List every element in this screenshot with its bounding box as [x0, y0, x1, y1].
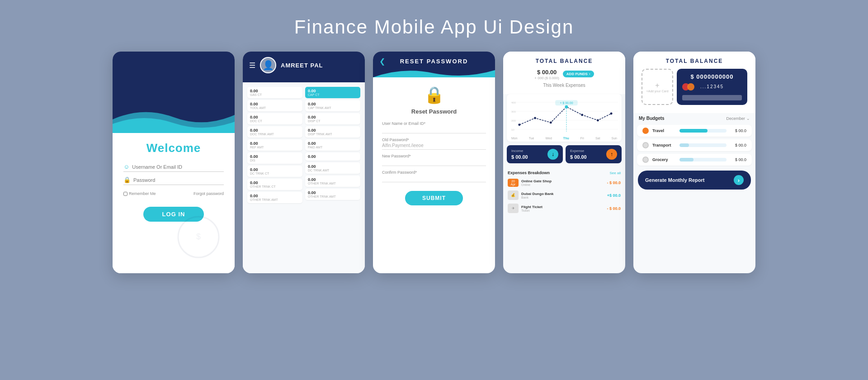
remember-checkbox[interactable] [123, 192, 127, 196]
reset-username-input[interactable] [382, 127, 486, 133]
old-password-input[interactable] [382, 143, 486, 150]
chart-day-sun: Sun [612, 137, 617, 140]
svg-point-10 [518, 124, 520, 126]
grocery-name: Grocery [652, 157, 676, 162]
tx-info-3: Flight Ticket Ticket [521, 205, 604, 212]
forgot-password[interactable]: Forgot password [193, 191, 224, 196]
tx-sub-1: Online [521, 183, 604, 186]
table-row: 0.00 CAP TRNK AMT [305, 100, 360, 111]
expense-amount: $ 00.00 [570, 154, 587, 160]
tx-sub-3: Ticket [521, 209, 604, 212]
card-number: $ 0000000000 [682, 73, 742, 80]
travel-bar-fill [679, 129, 708, 133]
see-all-link[interactable]: See all [610, 171, 621, 175]
reset-header: ❮ RESET PASSWORD [373, 52, 495, 77]
table-row: 0.00 REF AMT [247, 139, 302, 151]
tx-info-1: Online Gate Shop Online [521, 179, 604, 186]
budgets-month: December ⌄ [726, 116, 750, 121]
income-icon: ↓ [547, 149, 558, 160]
tx-amount-2: +$ 00.0 [607, 193, 621, 198]
confirm-password-input[interactable] [382, 176, 486, 182]
budget-item-travel: Travel $ 00.0 [637, 125, 752, 137]
this-week-label: This Week Expenses [509, 83, 619, 88]
table-row: 0.00 CAP CT [305, 87, 360, 98]
svg-text:$: $ [196, 232, 201, 241]
transaction-item: ✈ Flight Ticket Ticket - $ 00.0 [503, 202, 625, 215]
credit-card: $ 0000000000 ...12345 [677, 69, 747, 105]
table-row: 0.00 GAS CT [247, 87, 302, 98]
lock-icon: 🔒 [123, 176, 131, 183]
table-row: 0.00 DOC TRNK AMT [247, 126, 302, 138]
remember-label[interactable]: Remember Me [123, 191, 156, 196]
svg-point-15 [597, 119, 599, 121]
password-row: 🔒 [123, 176, 224, 185]
breakdown-header: Expenses Breakdown See all [503, 169, 625, 177]
transaction-item: 💰 Dubai Dungo Bank Bank +$ 00.0 [503, 189, 625, 202]
tx-sub-2: Bank [521, 196, 604, 199]
add-funds-button[interactable]: ADD FUNDS › [563, 71, 594, 77]
my-budgets-label: My Budgets [639, 116, 665, 121]
tx-name-2: Dubai Dungo Bank [521, 192, 604, 196]
username-input[interactable] [132, 164, 224, 170]
svg-point-12 [550, 121, 552, 124]
expense-label: Expense [570, 149, 587, 153]
balance-row: $ 00.00 + 000 ($ 0.000) ADD FUNDS › [509, 68, 619, 80]
table-col-2: 0.00 CAP CT 0.00 CAP TRNK AMT 0.00 DISP … [305, 87, 360, 203]
travel-dot [642, 128, 649, 134]
avatar: 👤 [260, 57, 276, 73]
transport-dot [642, 142, 649, 148]
grocery-bar-fill [679, 158, 693, 162]
balance-amount: $ 00.00 [537, 69, 557, 76]
income-expense-row: Income $ 00.00 ↓ Expense $ 00.00 ↑ [507, 145, 622, 163]
hamburger-icon[interactable]: ☰ [249, 61, 255, 70]
grocery-bar [679, 158, 726, 162]
submit-button[interactable]: SUBMIT [405, 191, 463, 205]
back-icon[interactable]: ❮ [379, 57, 385, 66]
table-row: 0.00 DIS [247, 152, 302, 164]
travel-name: Travel [652, 128, 676, 133]
expense-box: Expense $ 00.00 ↑ [566, 145, 622, 163]
income-amount: $ 00.00 [511, 154, 528, 160]
table-row: 0.00 OTHER TRNK AMT [305, 176, 360, 187]
new-password-input[interactable] [382, 159, 486, 166]
tx-amount-3: - $ 00.0 [607, 206, 621, 211]
budget-item-grocery: Grocery $ 00.0 [637, 154, 752, 166]
confirm-password-label: Confirm Password* [382, 170, 417, 175]
password-input[interactable] [133, 177, 224, 183]
balance-header: TOTAL BALANCE $ 00.00 + 000 ($ 0.000) AD… [503, 52, 625, 94]
login-options: Remember Me Forgot password [123, 191, 224, 196]
budget-item-transport: Transport $ 00.0 [637, 139, 752, 151]
table-row: 0.00 DC TRNK AMT [305, 162, 360, 174]
profile-table: 0.00 GAS CT 0.00 TOOL AMT 0.00 DOC CT 0.… [243, 82, 365, 273]
table-row: 0.00 OTHER TRNK CT [247, 179, 302, 190]
tx-date-3: ✈ [508, 204, 519, 213]
chart-day-tue: Tue [529, 137, 534, 140]
data-table: 0.00 GAS CT 0.00 TOOL AMT 0.00 DOC CT 0.… [247, 87, 360, 203]
welcome-text: Welcome [146, 141, 201, 155]
budgets-header: TOTAL BALANCE + +Add your Card $ 0000000… [633, 52, 755, 113]
generate-report-button[interactable]: Generate Monthly Report › [638, 171, 751, 190]
card-dots: ...12345 [700, 84, 724, 89]
circle-orange [687, 83, 694, 90]
chart-day-fri: Fri [580, 137, 584, 140]
screen-reset-password: ❮ RESET PASSWORD 🔒 Reset Password User N… [373, 52, 495, 273]
tx-info-2: Dubai Dungo Bank Bank [521, 192, 604, 199]
svg-text:10: 10 [511, 128, 514, 131]
travel-amount: $ 00.0 [730, 128, 746, 133]
tx-amount-1: - $ 00.0 [607, 180, 621, 185]
chip-circles [682, 83, 694, 90]
screen-budgets: TOTAL BALANCE + +Add your Card $ 0000000… [633, 52, 755, 273]
old-password-label: Old Password* [382, 138, 409, 142]
table-col-1: 0.00 GAS CT 0.00 TOOL AMT 0.00 DOC CT 0.… [247, 87, 302, 203]
plus-icon: + [655, 81, 659, 90]
svg-point-11 [534, 117, 536, 119]
tx-date-2: 💰 [508, 190, 519, 200]
chart-day-sat: Sat [595, 137, 600, 140]
screen-profile: ☰ 👤 AMREET PAL 0.00 GAS CT 0.00 TOOL AMT [243, 52, 365, 273]
chart-svg: 400 300 200 10 + $ 00.00 [510, 98, 618, 134]
transport-name: Transport [652, 143, 676, 147]
transaction-item: 20Apr Online Gate Shop Online - $ 00.0 [503, 177, 625, 189]
reset-body: 🔒 Reset Password User Name or Email ID* … [373, 77, 495, 273]
add-card-label: +Add your Card [646, 90, 668, 93]
add-card-button[interactable]: + +Add your Card [642, 69, 673, 105]
